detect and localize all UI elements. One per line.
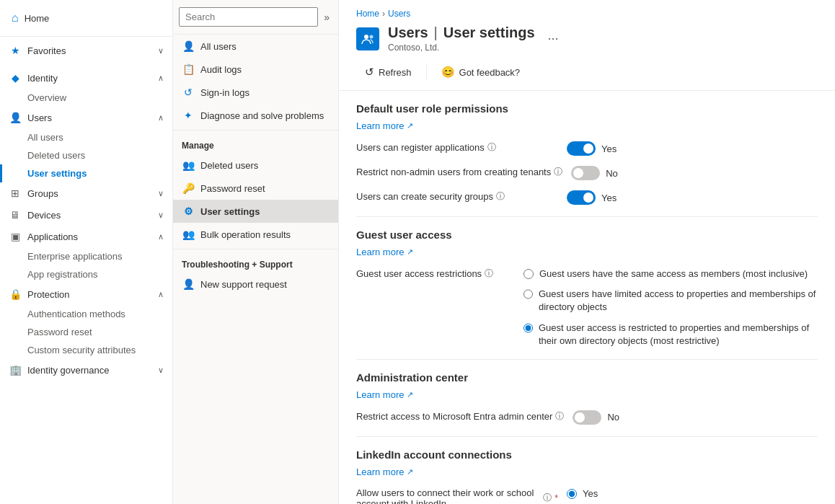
mid-nav-user-settings[interactable]: ⚙ User settings	[173, 200, 338, 223]
sidebar-home-item[interactable]: ⌂ Home	[9, 7, 164, 29]
guest-access-learn-more[interactable]: Learn more ↗	[356, 247, 413, 257]
linkedin-radio-yes[interactable]: Yes	[567, 487, 645, 500]
favorites-label: Favorites	[27, 45, 66, 56]
register-apps-info-icon[interactable]: ⓘ	[487, 141, 496, 154]
radio-option-3[interactable]: Guest user access is restricted to prope…	[523, 322, 818, 348]
radio-input-1[interactable]	[523, 269, 534, 279]
sidebar-sub-overview[interactable]: Overview	[0, 89, 172, 107]
section-divider-1	[356, 216, 818, 217]
sidebar-item-identity-governance[interactable]: 🏢 Identity governance ∨	[0, 359, 172, 381]
refresh-button[interactable]: ↺ Refresh	[356, 61, 420, 83]
sidebar-item-groups[interactable]: ⊞ Groups ∨	[0, 182, 172, 204]
mid-nav-diagnose[interactable]: ✦ Diagnose and solve problems	[173, 104, 338, 127]
devices-icon: 🖥	[9, 209, 22, 221]
mid-nav-new-support[interactable]: 👤 New support request	[173, 273, 338, 296]
breadcrumb-separator: ›	[382, 9, 385, 19]
security-groups-toggle[interactable]	[567, 190, 596, 205]
guest-access-section: Guest user access Learn more ↗ Guest use…	[356, 229, 818, 348]
collapse-button[interactable]: »	[321, 9, 332, 26]
linkedin-yes-label: Yes	[583, 487, 598, 500]
security-groups-label: Users can create security groups ⓘ	[356, 190, 558, 203]
mid-audit-logs-label: Audit logs	[200, 64, 242, 75]
sidebar-item-users[interactable]: 👤 Users ∧	[0, 107, 172, 128]
feedback-button[interactable]: 😊 Got feedback?	[433, 61, 529, 83]
main-header: Home › Users Users | User settings Cont	[339, 0, 835, 53]
mid-user-settings-label: User settings	[200, 206, 260, 217]
custom-security-label: Custom security attributes	[27, 345, 136, 355]
sidebar-sub-user-settings[interactable]: User settings	[0, 164, 172, 182]
search-input[interactable]	[179, 7, 318, 27]
radio-option-1[interactable]: Guest users have the same access as memb…	[523, 268, 818, 280]
linkedin-info-icon[interactable]: ⓘ	[543, 492, 552, 504]
mid-manage-label: Manage	[173, 133, 338, 154]
security-groups-info-icon[interactable]: ⓘ	[496, 190, 505, 203]
mid-nav-password-reset[interactable]: 🔑 Password reset	[173, 177, 338, 200]
ellipsis-button[interactable]: ···	[544, 30, 563, 48]
org-name: Contoso, Ltd.	[388, 43, 535, 53]
sidebar-sub-auth-methods[interactable]: Authentication methods	[0, 305, 172, 323]
settings-body: Default user role permissions Learn more…	[339, 91, 835, 504]
mid-nav-bulk-operation[interactable]: 👥 Bulk operation results	[173, 223, 338, 246]
admin-center-section: Administration center Learn more ↗ Restr…	[356, 371, 818, 425]
register-apps-label: Users can register applications ⓘ	[356, 141, 558, 154]
support-icon: 👤	[182, 278, 195, 290]
sidebar-item-devices[interactable]: 🖥 Devices ∨	[0, 204, 172, 226]
page-icon	[356, 27, 379, 50]
external-link-icon-1: ↗	[407, 121, 413, 131]
sidebar-sub-password-reset[interactable]: Password reset	[0, 323, 172, 341]
restrict-entra-info-icon[interactable]: ⓘ	[555, 410, 564, 423]
default-permissions-learn-more[interactable]: Learn more ↗	[356, 120, 413, 131]
radio-input-2[interactable]	[523, 289, 533, 299]
identity-governance-label: Identity governance	[27, 365, 109, 376]
restrict-entra-toggle[interactable]	[573, 410, 601, 425]
register-apps-toggle[interactable]	[567, 141, 596, 156]
sidebar-item-applications[interactable]: ▣ Applications ∧	[0, 226, 172, 247]
all-users-icon: 👤	[182, 40, 195, 52]
radio-input-3[interactable]	[523, 323, 533, 333]
restrict-non-admin-control: No	[571, 166, 618, 180]
mid-divider-2	[173, 249, 338, 249]
sidebar: ⌂ Home ★ Favorites ∨ ◆ Identity ∧ Overvi…	[0, 0, 173, 504]
mid-nav-deleted-users[interactable]: 👥 Deleted users	[173, 154, 338, 177]
radio-option-2[interactable]: Guest users have limited access to prope…	[523, 288, 818, 314]
user-settings-icon: ⚙	[182, 205, 195, 217]
sidebar-sub-enterprise-apps[interactable]: Enterprise applications	[0, 247, 172, 265]
guest-restrictions-radio-group: Guest users have the same access as memb…	[523, 268, 818, 348]
overview-label: Overview	[27, 92, 66, 103]
linkedin-learn-more[interactable]: Learn more ↗	[356, 467, 413, 477]
bulk-operation-icon: 👥	[182, 229, 195, 240]
feedback-label: Got feedback?	[459, 67, 521, 78]
sidebar-item-protection[interactable]: 🔒 Protection ∧	[0, 283, 172, 305]
svg-point-0	[364, 35, 368, 39]
mid-nav-audit-logs[interactable]: 📋 Audit logs	[173, 58, 338, 81]
sidebar-item-identity[interactable]: ◆ Identity ∧	[0, 67, 172, 89]
applications-label: Applications	[27, 231, 78, 242]
guest-restrictions-info-icon[interactable]: ⓘ	[485, 268, 493, 280]
devices-chevron: ∨	[158, 211, 164, 220]
sidebar-sub-custom-security[interactable]: Custom security attributes	[0, 341, 172, 359]
sidebar-sub-app-registrations[interactable]: App registrations	[0, 265, 172, 283]
diagnose-icon: ✦	[182, 110, 195, 121]
restrict-non-admin-info-icon[interactable]: ⓘ	[554, 166, 562, 178]
radio-text-1: Guest users have the same access as memb…	[539, 268, 808, 280]
page-title-row: Users | User settings Contoso, Ltd. ···	[356, 25, 818, 53]
mid-nav-sign-in-logs[interactable]: ↺ Sign-in logs	[173, 81, 338, 104]
admin-center-title: Administration center	[356, 371, 818, 384]
admin-center-learn-more[interactable]: Learn more ↗	[356, 389, 413, 400]
sidebar-item-favorites[interactable]: ★ Favorites ∨	[0, 40, 172, 61]
linkedin-radio-group: Yes Selected group	[567, 487, 645, 504]
restrict-entra-label: Restrict access to Microsoft Entra admin…	[356, 410, 564, 423]
linkedin-radio-yes-input[interactable]	[567, 489, 577, 499]
sidebar-sub-deleted-users[interactable]: Deleted users	[0, 146, 172, 164]
restrict-non-admin-toggle[interactable]	[571, 166, 600, 180]
refresh-icon: ↺	[365, 66, 374, 79]
breadcrumb-users[interactable]: Users	[388, 9, 410, 19]
mid-deleted-users-label: Deleted users	[200, 160, 258, 171]
sidebar-sub-all-users[interactable]: All users	[0, 128, 172, 146]
mid-nav-all-users[interactable]: 👤 All users	[173, 35, 338, 58]
breadcrumb-home[interactable]: Home	[356, 9, 379, 19]
groups-label: Groups	[27, 188, 58, 199]
auth-methods-label: Authentication methods	[27, 309, 125, 319]
users-icon: 👤	[9, 112, 22, 123]
feedback-icon: 😊	[441, 66, 455, 79]
